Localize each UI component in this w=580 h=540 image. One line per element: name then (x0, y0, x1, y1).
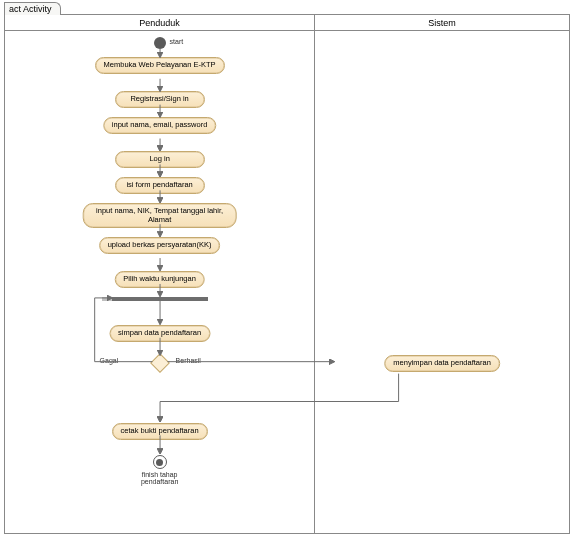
activity-fill-form: isi form pendaftaran (115, 177, 205, 194)
lane-header-penduduk: Penduduk (5, 15, 314, 31)
activity-pick-time: Pilih waktu kunjungan (114, 271, 205, 288)
diagram-frame: Penduduk start Membuka Web Pelayanan E-K… (4, 14, 570, 534)
start-label: start (170, 38, 184, 45)
initial-node (154, 37, 166, 49)
finish-label: finish tahap pendaftaran (141, 471, 178, 485)
activity-register: Registrasi/Sign in (115, 91, 205, 108)
final-node-inner (156, 459, 163, 466)
swimlane-sistem: Sistem menyimpan data pendaftaran (315, 15, 569, 533)
decision-node (150, 353, 170, 373)
activity-system-save: menyimpan data pendaftaran (384, 355, 500, 372)
lane-header-sistem: Sistem (315, 15, 569, 31)
activity-upload: upload berkas persyaratan(KK) (99, 237, 221, 254)
activity-open-web: Membuka Web Pelayanan E-KTP (95, 57, 225, 74)
final-node (153, 455, 167, 469)
activity-input-reg: input nama, email, password (103, 117, 216, 134)
activity-input-data: input nama, NIK, Tempat tanggal lahir, A… (82, 203, 237, 228)
guard-berhasil: Berhasil (176, 357, 201, 364)
activity-print: cetak bukti pendaftaran (112, 423, 208, 440)
activity-login: Log in (115, 151, 205, 168)
guard-gagal: Gagal (100, 357, 119, 364)
swimlane-penduduk: Penduduk start Membuka Web Pelayanan E-K… (5, 15, 315, 533)
activity-save: simpan data pendaftaran (109, 325, 210, 342)
fork-bar (112, 297, 208, 301)
frame-tab: act Activity (4, 2, 61, 15)
